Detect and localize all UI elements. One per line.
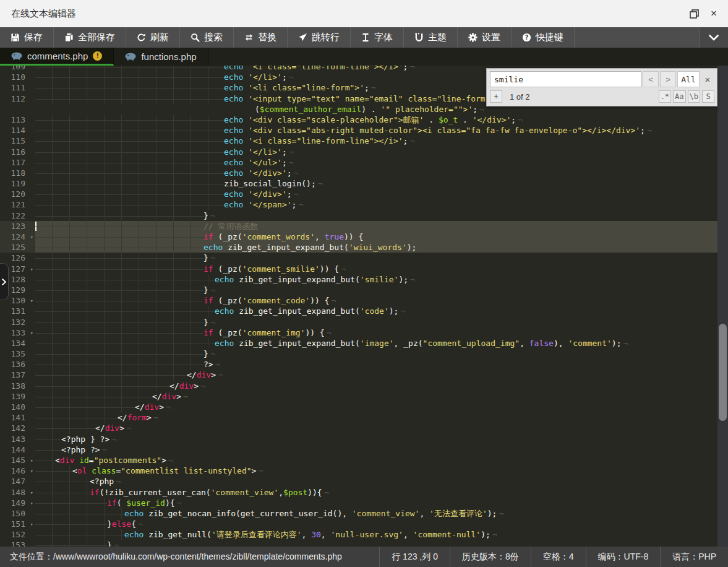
eol-marker: ¬ — [418, 242, 423, 253]
find-next-button[interactable]: > — [660, 71, 676, 87]
code-line-140[interactable]: 140</div>¬ — [0, 402, 717, 412]
line-number: 118 — [0, 168, 35, 178]
line-number: 153 — [0, 540, 35, 547]
code-line-118[interactable]: 118echo '</div>';¬ — [0, 168, 717, 178]
line-number: 114 — [0, 125, 35, 136]
collapse-toolbar-button[interactable] — [699, 27, 728, 48]
statusbar-cell[interactable]: 编码：UTF-8 — [586, 547, 661, 567]
code-line-137[interactable]: 137</div>¬ — [0, 370, 717, 380]
code-line-143[interactable]: 143<?php } ?>¬ — [0, 434, 717, 444]
code-line-131[interactable]: 131echo zib_get_input_expand_but('code')… — [0, 306, 717, 316]
code-line-114[interactable]: 114echo '<div class="abs-right muted-col… — [0, 125, 717, 136]
case-sensitive-toggle-button[interactable]: Aa — [673, 90, 685, 103]
code-line-146[interactable]: 146▾<ol class="commentlist list-unstyled… — [0, 465, 717, 476]
sidebar-toggle-button[interactable] — [0, 263, 9, 300]
statusbar-cell[interactable]: 空格：4 — [531, 547, 586, 567]
line-number: 119 — [0, 178, 35, 189]
fold-arrow-icon[interactable]: ▾ — [30, 296, 33, 306]
code-line-122[interactable]: 122}¬ — [0, 210, 717, 221]
code-line-125[interactable]: 125echo zib_get_input_expand_but('wiui_w… — [0, 242, 717, 253]
fold-arrow-icon[interactable]: ▾ — [30, 488, 33, 498]
search-button[interactable]: 搜索 — [180, 27, 234, 48]
fold-arrow-icon[interactable]: ▾ — [30, 456, 33, 466]
code-line-129[interactable]: 129}¬ — [0, 285, 717, 295]
code-line-123[interactable]: 123// 常用语函数¬ — [0, 221, 717, 232]
warning-icon: ! — [93, 51, 102, 61]
font-button[interactable]: 字体 — [351, 27, 404, 48]
tab-functions.php[interactable]: functions.php — [114, 48, 208, 66]
fold-arrow-icon[interactable]: ▾ — [30, 232, 33, 243]
code-line-128[interactable]: 128echo zib_get_input_expand_but('smilie… — [0, 274, 717, 285]
eol-marker: ¬ — [289, 147, 294, 157]
settings-button[interactable]: 设置 — [458, 27, 512, 48]
search-in-selection-toggle-button[interactable]: S — [702, 90, 714, 103]
fold-arrow-icon[interactable]: ▾ — [30, 498, 33, 509]
code-line-147[interactable]: 147<?php¬ — [0, 476, 717, 487]
theme-button[interactable]: 主题 — [404, 27, 458, 48]
code-line-124[interactable]: 124▾if (_pz('comment_words', true)) {¬ — [0, 232, 717, 242]
code-line-115[interactable]: 115echo '<i class="line-form-line"></i>'… — [0, 136, 717, 146]
code-line-134[interactable]: 134echo zib_get_input_expand_but('image'… — [0, 338, 717, 348]
save-all-button[interactable]: 全部保存 — [54, 27, 126, 48]
statusbar-cell[interactable]: 语言：PHP — [660, 547, 728, 567]
code-line-135[interactable]: 135}¬ — [0, 348, 717, 359]
settings-icon — [468, 33, 477, 42]
fold-arrow-icon[interactable]: ▾ — [30, 466, 33, 477]
line-number: 133▾ — [0, 327, 35, 338]
line-number: 151▾ — [0, 519, 35, 529]
goto-line-button[interactable]: 跳转行 — [288, 27, 351, 48]
code-line-133[interactable]: 133▾if (_pz('comment_img')) {¬ — [0, 327, 717, 338]
line-number: 115 — [0, 136, 35, 146]
code-line-130[interactable]: 130▾if (_pz('comment_code')) {¬ — [0, 295, 717, 306]
chevron-right-icon — [2, 279, 6, 285]
save-button[interactable]: 保存 — [0, 27, 54, 48]
code-editor[interactable]: 109echo '<i class="line-form-line"></i>'… — [0, 66, 717, 547]
whole-word-toggle-button[interactable]: \b — [688, 90, 700, 103]
fold-arrow-icon[interactable]: ▾ — [30, 328, 33, 339]
statusbar-cell[interactable]: 行 123 ,列 0 — [379, 547, 450, 567]
code-line-117[interactable]: 117echo '</ul>';¬ — [0, 157, 717, 168]
code-line-119[interactable]: 119zib_social_login();¬ — [0, 178, 717, 189]
eol-marker: ¬ — [341, 264, 346, 274]
code-line-149[interactable]: 149▾if( $user_id){¬ — [0, 498, 717, 508]
fold-arrow-icon[interactable]: ▾ — [30, 264, 33, 275]
code-line-150[interactable]: 150echo zib_get_nocan_info(get_current_u… — [0, 508, 717, 519]
code-line-145[interactable]: 145▾<div id="postcomments">¬ — [0, 455, 717, 465]
code-line-153[interactable]: 153}¬ — [0, 540, 717, 547]
fold-arrow-icon[interactable]: ▾ — [30, 519, 33, 530]
code-line-113[interactable]: 113echo '<div class="scale-placeholder">… — [0, 115, 717, 125]
statusbar-cell[interactable]: 历史版本：8份 — [450, 547, 531, 567]
expand-replace-button[interactable]: + — [490, 90, 502, 103]
close-search-icon[interactable]: × — [701, 71, 714, 87]
find-all-button[interactable]: All — [677, 71, 700, 87]
code-line-142[interactable]: 142</div>¬ — [0, 423, 717, 433]
code-line-116[interactable]: 116echo '</li>';¬ — [0, 147, 717, 157]
eol-marker: ¬ — [116, 476, 121, 487]
search-input[interactable] — [490, 71, 641, 87]
find-previous-button[interactable]: < — [643, 71, 659, 87]
code-line-138[interactable]: 138</div>¬ — [0, 381, 717, 391]
close-window-icon[interactable]: × — [708, 8, 719, 19]
code-line-127[interactable]: 127▾if (_pz('comment_smilie')) {¬ — [0, 264, 717, 274]
code-line-120[interactable]: 120echo '</div>';¬ — [0, 189, 717, 199]
code-line-121[interactable]: 121echo '</span>';¬ — [0, 199, 717, 210]
regex-toggle-button[interactable]: .* — [659, 90, 671, 103]
code-line-152[interactable]: 152echo zib_get_null('请登录后查看评论内容', 30, '… — [0, 529, 717, 540]
tab-comments.php[interactable]: comments.php! — [0, 48, 114, 66]
replace-button[interactable]: 替换 — [234, 27, 288, 48]
scrollbar-thumb[interactable] — [719, 324, 727, 421]
refresh-button[interactable]: 刷新 — [126, 27, 180, 48]
code-line-139[interactable]: 139</div>¬ — [0, 391, 717, 402]
eol-marker: ¬ — [218, 370, 223, 380]
code-line-136[interactable]: 136?>¬ — [0, 359, 717, 370]
code-line-144[interactable]: 144<?php ?>¬ — [0, 444, 717, 455]
restore-window-icon[interactable] — [688, 8, 700, 19]
code-line-141[interactable]: 141</form>¬ — [0, 412, 717, 423]
vertical-scrollbar[interactable] — [717, 66, 728, 547]
code-line-132[interactable]: 132}¬ — [0, 317, 717, 327]
hotkeys-button[interactable]: ?快捷键 — [512, 27, 575, 48]
code-line-126[interactable]: 126}¬ — [0, 253, 717, 263]
code-line-148[interactable]: 148▾if(!zib_current_user_can('comment_vi… — [0, 487, 717, 498]
line-number — [0, 104, 35, 115]
code-line-151[interactable]: 151▾}else{¬ — [0, 519, 717, 529]
